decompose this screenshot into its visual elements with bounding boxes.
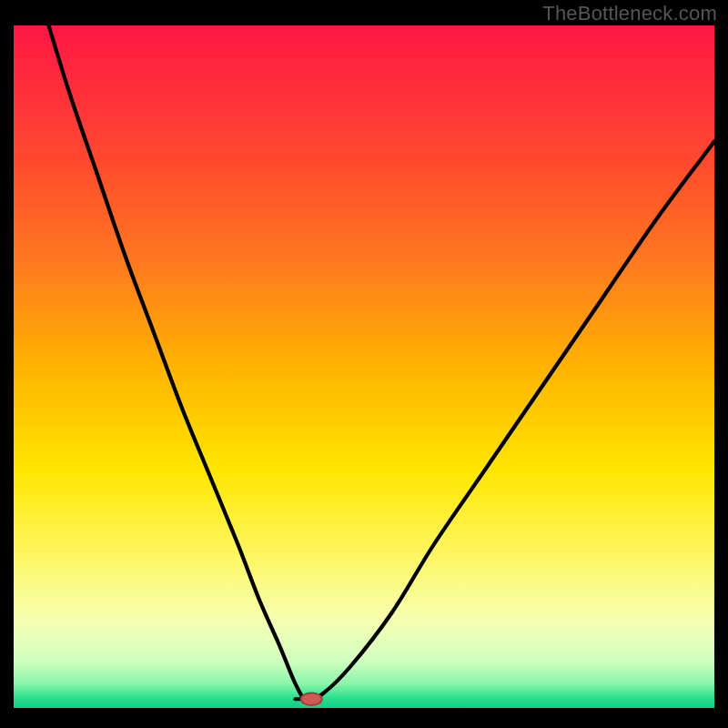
chart-frame: TheBottleneck.com [0,0,728,728]
watermark-text: TheBottleneck.com [542,2,717,25]
chart-svg [14,25,714,708]
bottleneck-chart [14,25,714,708]
optimum-marker [301,693,322,705]
heat-gradient-background [14,25,714,708]
